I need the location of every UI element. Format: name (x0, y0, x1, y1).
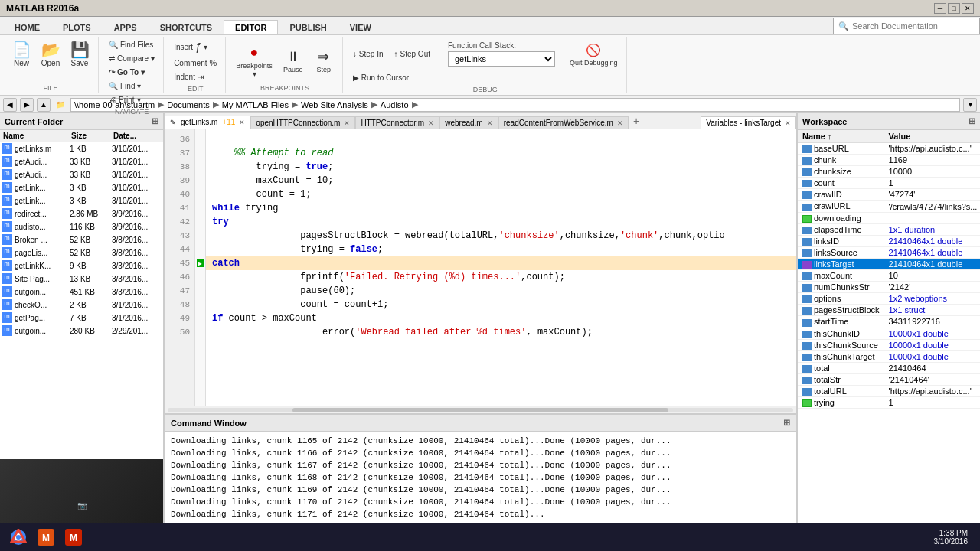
file-row[interactable]: m Site Pag... 13 KB 3/3/2016... (0, 272, 163, 285)
file-icon: m (2, 273, 12, 284)
back-btn[interactable]: ◀ (3, 98, 17, 112)
insert-button[interactable]: Insert ƒ ▾ (170, 38, 220, 55)
ribbon-group-debug: ↓ Step In ↑ Step Out Function Call Stack… (345, 37, 627, 93)
ws-row-options[interactable]: options 1x2 weboptions (798, 293, 980, 305)
ws-row-crawlurl[interactable]: crawlURL '/crawls/47274/links?s...' (798, 201, 980, 212)
ws-row-starttime[interactable]: startTime 34311922716 (798, 316, 980, 328)
step-out-button[interactable]: ↑ Step Out (390, 47, 434, 60)
close-tab-btn2[interactable]: ✕ (344, 119, 350, 127)
ws-row-downloading[interactable]: downloading (798, 212, 980, 223)
print-button[interactable]: 🖨 Print ▾ (105, 93, 158, 106)
workspace-scroll[interactable]: Name ↑ Value baseURL 'https://api.audist… (798, 130, 980, 543)
minimize-btn[interactable]: ─ (934, 3, 946, 14)
file-row[interactable]: m getLink... 3 KB 3/10/201... (0, 181, 163, 194)
ws-row-thischunktarget[interactable]: thisChunkTarget 10000x1 double (798, 350, 980, 362)
run-to-cursor-button[interactable]: ▶ Run to Cursor (349, 71, 622, 84)
close-vars-btn[interactable]: ✕ (785, 119, 791, 127)
find-button[interactable]: 🔍 Find ▾ (105, 80, 158, 93)
file-row[interactable]: m getPag... 7 KB 3/1/2016... (0, 311, 163, 324)
find-files-button[interactable]: 🔍 Find Files (105, 38, 158, 51)
close-btn[interactable]: ✕ (962, 3, 974, 14)
nav-dropdown-btn[interactable]: ▾ (963, 98, 977, 112)
editor-hscrollbar[interactable] (165, 406, 796, 413)
ws-row-count[interactable]: count 1 (798, 178, 980, 189)
save-button[interactable]: 💾 Save (66, 38, 93, 70)
file-row[interactable]: m getLink... 3 KB 3/10/201... (0, 194, 163, 207)
tab-home[interactable]: HOME (3, 20, 51, 34)
close-tab-btn4[interactable]: ✕ (487, 119, 493, 127)
ws-row-totalstr[interactable]: totalStr '21410464' (798, 373, 980, 385)
goto-button[interactable]: ↷ Go To ▾ (105, 66, 158, 79)
ws-row-maxcount[interactable]: maxCount 10 (798, 270, 980, 282)
close-tab-btn5[interactable]: ✕ (617, 119, 623, 127)
tab-shortcuts[interactable]: SHORTCUTS (149, 20, 224, 34)
editor-tab-readcontent[interactable]: readContentFromWebService.m ✕ (498, 116, 629, 129)
taskbar-matlab-orange[interactable]: M (34, 527, 58, 548)
workspace-expand-btn[interactable]: ⊞ (969, 116, 975, 126)
current-folder-expand-btn[interactable]: ⊞ (152, 116, 158, 126)
maximize-btn[interactable]: □ (948, 3, 960, 14)
code-content[interactable]: %% Attempt to read trying = true; maxCou… (206, 129, 796, 406)
taskbar-chrome[interactable] (6, 527, 31, 548)
editor-tab-openhttp[interactable]: openHTTPConnection.m ✕ (250, 116, 355, 129)
ws-row-chunk[interactable]: chunk 1169 (798, 155, 980, 166)
workspace-header: Workspace ⊞ (798, 113, 980, 130)
ws-row-linksid[interactable]: linksID 21410464x1 double (798, 235, 980, 246)
file-row[interactable]: m outgoin... 451 KB 3/3/2016... (0, 285, 163, 298)
ws-row-pagesstructblock[interactable]: pagesStructBlock 1x1 struct (798, 305, 980, 316)
file-row[interactable]: m getAudi... 33 KB 3/10/201... (0, 155, 163, 168)
ws-row-total[interactable]: total 21410464 (798, 362, 980, 373)
tab-apps[interactable]: APPS (103, 20, 149, 34)
file-row[interactable]: m getLinks.m 1 KB 3/10/201... (0, 142, 163, 155)
step-button[interactable]: ⇒ Step (310, 45, 338, 76)
file-row[interactable]: m redirect... 2.86 MB 3/9/2016... (0, 207, 163, 220)
tab-publish[interactable]: PUBLISH (278, 20, 338, 34)
command-expand-btn[interactable]: ⊞ (783, 418, 790, 428)
function-stack-select[interactable]: getLinks (448, 51, 555, 67)
ws-row-linkstarget[interactable]: linksTarget 21410464x1 double (798, 258, 980, 269)
indent-button[interactable]: Indent ⇥ (170, 70, 220, 83)
ws-row-linkssource[interactable]: linksSource 21410464x1 double (798, 246, 980, 258)
code-editor[interactable]: 36 37 38 39 40 41 42 43 44 45 46 47 48 4… (165, 129, 796, 406)
quit-debugging-button[interactable]: 🚫 Quit Debugging (566, 38, 622, 69)
forward-btn[interactable]: ▶ (20, 98, 34, 112)
up-btn[interactable]: ▲ (37, 98, 51, 112)
editor-tab-httpconnector[interactable]: HTTPConnector.m ✕ (355, 116, 439, 129)
compare-button[interactable]: ⇌ Compare ▾ (105, 52, 158, 65)
comment-button[interactable]: Comment % (170, 56, 220, 70)
taskbar-matlab-red[interactable]: M (61, 527, 86, 548)
breakpoints-button[interactable]: ● Breakpoints ▾ (232, 41, 276, 80)
file-row[interactable]: m audisto... 116 KB 3/9/2016... (0, 220, 163, 233)
ws-row-numchunksstr[interactable]: numChunksStr '2142' (798, 282, 980, 293)
tab-view[interactable]: VIEW (338, 20, 383, 34)
file-row[interactable]: m Broken ... 52 KB 3/8/2016... (0, 233, 163, 246)
breakpoints-gutter: ▶ (195, 129, 206, 406)
ws-row-thischunksource[interactable]: thisChunkSource 10000x1 double (798, 339, 980, 350)
ws-row-chunksize[interactable]: chunksize 10000 (798, 166, 980, 178)
editor-tab-webread[interactable]: webread.m ✕ (439, 116, 498, 129)
search-input[interactable] (852, 21, 975, 31)
close-tab-btn[interactable]: ✕ (239, 119, 245, 126)
ws-row-trying[interactable]: trying 1 (798, 397, 980, 409)
file-row[interactable]: m outgoin... 280 KB 2/29/201... (0, 324, 163, 337)
variables-tab[interactable]: Variables - linksTarget ✕ (701, 116, 796, 129)
editor-tab-getlinks[interactable]: ✎ getLinks.m +11 ✕ (165, 116, 250, 129)
ws-row-thischunkid[interactable]: thisChunkID 10000x1 double (798, 328, 980, 339)
ws-row-crawlid[interactable]: crawlID '47274' (798, 189, 980, 201)
ws-row-totalurl[interactable]: totalURL 'https://api.audisto.c...' (798, 385, 980, 396)
code-line-37: %% Attempt to read (206, 146, 796, 160)
new-button[interactable]: 📄 New (8, 38, 35, 70)
file-row[interactable]: m getLinkK... 9 KB 3/3/2016... (0, 259, 163, 272)
pause-button[interactable]: ⏸ Pause (279, 45, 307, 76)
ws-row-baseurl[interactable]: baseURL 'https://api.audisto.c...' (798, 143, 980, 155)
tab-plots[interactable]: PLOTS (51, 20, 103, 34)
open-button[interactable]: 📂 Open (37, 38, 64, 70)
tab-editor[interactable]: EDITOR (224, 20, 278, 34)
step-in-button[interactable]: ↓ Step In (349, 47, 387, 60)
file-row[interactable]: m getAudi... 33 KB 3/10/201... (0, 168, 163, 181)
file-row[interactable]: m checkO... 2 KB 3/1/2016... (0, 298, 163, 311)
file-row[interactable]: m pageLis... 52 KB 3/8/2016... (0, 246, 163, 259)
ws-row-elapsedtime[interactable]: elapsedTime 1x1 duration (798, 223, 980, 235)
add-tab-btn[interactable]: + (629, 113, 644, 129)
close-tab-btn3[interactable]: ✕ (428, 119, 434, 127)
